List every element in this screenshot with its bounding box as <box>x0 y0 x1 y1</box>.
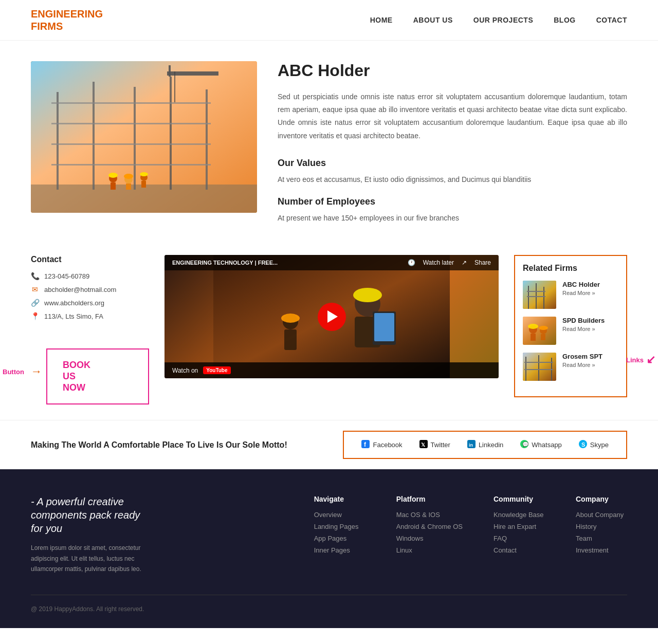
footer-company-about[interactable]: About Company <box>576 511 627 519</box>
svg-text:in: in <box>469 443 473 448</box>
svg-point-20 <box>108 173 118 178</box>
linkedin-icon: in <box>467 440 476 450</box>
read-more-3[interactable]: Read More » <box>562 362 618 368</box>
footer-platform-android[interactable]: Android & Chrome OS <box>396 523 463 530</box>
copyright: @ 2019 HappyAddons. All right reserved. <box>31 605 144 613</box>
svg-rect-6 <box>206 89 208 190</box>
footer-nav-inner[interactable]: Inner Pages <box>314 546 365 554</box>
email-icon: ✉ <box>31 285 39 293</box>
footer: - A powerful creative components pack re… <box>0 469 658 628</box>
footer-platform-mac[interactable]: Mac OS & IOS <box>396 511 463 519</box>
footer-company-history[interactable]: History <box>576 523 627 530</box>
twitter-link[interactable]: 𝕏 Twitter <box>412 437 458 453</box>
svg-point-32 <box>281 314 300 323</box>
related-firms-wrapper: Related Firms <box>514 255 627 397</box>
footer-col-company: Company About Company History Team Inves… <box>576 495 627 574</box>
employees-heading: Number of Employees <box>278 196 627 207</box>
footer-platform-title: Platform <box>396 495 463 503</box>
facebook-link[interactable]: f Facebook <box>354 437 409 453</box>
svg-rect-8 <box>51 123 211 124</box>
play-icon <box>327 310 338 323</box>
svg-rect-5 <box>170 77 172 190</box>
skype-label: Skype <box>590 441 609 449</box>
footer-community-kb[interactable]: Knowledge Base <box>494 511 545 519</box>
footer-col-navigate: Navigate Overview Landing Pages App Page… <box>314 495 365 574</box>
related-name-3: Grosem SPT <box>562 353 618 360</box>
nav-home[interactable]: HOME <box>370 16 393 24</box>
linkedin-link[interactable]: in Linkedin <box>460 437 510 453</box>
phone-icon: 📞 <box>31 272 39 280</box>
hero-image <box>31 61 257 213</box>
svg-rect-37 <box>543 287 544 309</box>
svg-rect-2 <box>57 92 59 190</box>
svg-point-44 <box>528 324 538 329</box>
contact-phone: 📞 123-045-60789 <box>31 272 149 280</box>
svg-point-47 <box>539 326 548 330</box>
footer-platform-windows[interactable]: Windows <box>396 535 463 542</box>
video-embed[interactable]: ENGINEERING TECHNOLOGY | FREE... 🕐 Watch… <box>164 255 499 378</box>
svg-rect-9 <box>51 143 211 145</box>
svg-rect-19 <box>141 181 146 188</box>
svg-rect-34 <box>523 281 556 309</box>
header: ENGINEERING FIRMS HOME ABOUT US OUR PROJ… <box>0 0 658 41</box>
related-name-1: ABC Holder <box>562 281 618 288</box>
skype-icon: S <box>579 440 587 450</box>
skype-link[interactable]: S Skype <box>572 437 616 453</box>
book-now-button[interactable]: BOOK US NOW <box>46 348 149 404</box>
footer-top: - A powerful creative components pack re… <box>31 495 627 574</box>
youtube-logo[interactable]: YouTube <box>203 366 230 374</box>
logo[interactable]: ENGINEERING FIRMS <box>31 8 103 32</box>
footer-company-team[interactable]: Team <box>576 535 627 542</box>
second-row: Contact 📞 123-045-60789 ✉ abcholder@hotm… <box>0 255 658 420</box>
nav-contact[interactable]: COTACT <box>596 16 627 24</box>
footer-community-faq[interactable]: FAQ <box>494 535 545 542</box>
svg-rect-31 <box>284 329 297 350</box>
svg-rect-10 <box>51 164 211 165</box>
facebook-label: Facebook <box>373 441 402 449</box>
footer-community-contact[interactable]: Contact <box>494 546 545 554</box>
nav-projects[interactable]: OUR PROJECTS <box>473 16 533 24</box>
footer-community-hire[interactable]: Hire an Expart <box>494 523 545 530</box>
content-area: ABC Holder Sed ut perspiciatis unde omni… <box>278 61 627 234</box>
share-label[interactable]: Share <box>474 259 491 266</box>
footer-brand: - A powerful creative components pack re… <box>31 495 144 574</box>
footer-platform-linux[interactable]: Linux <box>396 546 463 554</box>
svg-text:S: S <box>581 441 585 448</box>
contact-title: Contact <box>31 255 149 264</box>
share-icon: ↗ <box>462 259 467 266</box>
svg-point-21 <box>124 174 133 179</box>
related-img-2 <box>523 317 556 345</box>
play-button[interactable] <box>318 303 346 331</box>
whatsapp-link[interactable]: 💬 Whatsapp <box>513 437 569 453</box>
svg-rect-12 <box>169 65 171 77</box>
svg-rect-38 <box>527 291 545 292</box>
location-icon: 📍 <box>31 312 39 320</box>
related-info-1: ABC Holder Read More » <box>562 281 618 296</box>
twitter-icon: 𝕏 <box>419 440 428 450</box>
svg-rect-17 <box>126 183 131 190</box>
contact-address: 📍 113/A, Lts Simo, FA <box>31 312 149 320</box>
read-more-2[interactable]: Read More » <box>562 326 618 332</box>
book-button-text: BOOK US NOW <box>63 360 90 393</box>
nav-about[interactable]: ABOUT US <box>413 16 453 24</box>
watch-later-icon: 🕐 <box>408 259 415 266</box>
footer-nav-landing[interactable]: Landing Pages <box>314 523 365 530</box>
related-item-2: SPD Builders Read More » <box>523 317 618 345</box>
motto-text: Making The World A Comfortable Place To … <box>31 440 287 450</box>
nav-blog[interactable]: BLOG <box>554 16 575 24</box>
linkedin-label: Linkedin <box>479 441 503 449</box>
footer-nav-overview[interactable]: Overview <box>314 511 365 519</box>
related-info-3: Grosem SPT Read More » <box>562 353 618 368</box>
contact-website: 🔗 www.abcholders.org <box>31 299 149 307</box>
values-heading: Our Values <box>278 158 627 169</box>
read-more-1[interactable]: Read More » <box>562 290 618 296</box>
related-item-3: Grosem SPT Read More » <box>523 353 618 381</box>
video-title: ENGINEERING TECHNOLOGY | FREE... <box>172 260 278 266</box>
footer-bottom: @ 2019 HappyAddons. All right reserved. <box>31 595 627 613</box>
related-firms-title: Related Firms <box>523 264 618 273</box>
svg-rect-43 <box>531 334 536 341</box>
footer-company-investment[interactable]: Investment <box>576 546 627 554</box>
contact-email: ✉ abcholder@hotmail.com <box>31 285 149 293</box>
watch-later-label[interactable]: Watch later <box>423 259 454 266</box>
footer-nav-app[interactable]: App Pages <box>314 535 365 542</box>
